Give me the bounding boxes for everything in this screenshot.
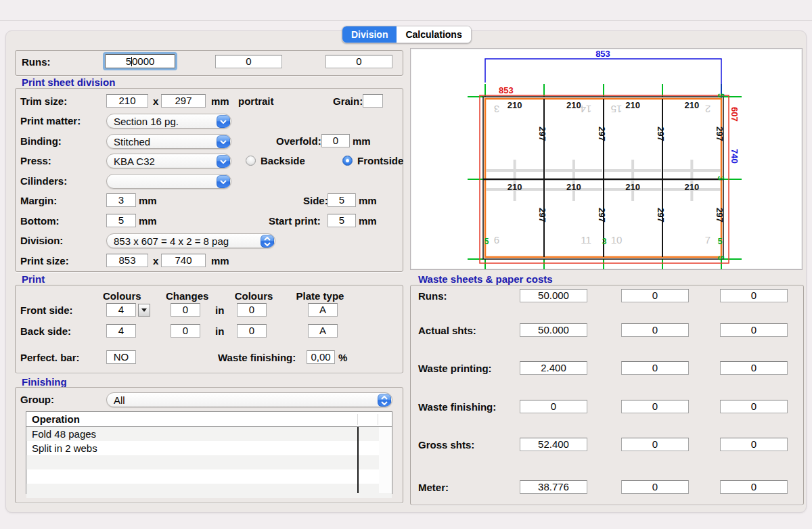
press-popup[interactable]: KBA C32 [106,154,231,168]
back-side-label: Back side: [20,325,71,337]
print-matter-popup[interactable]: Section 16 pg. [106,114,231,129]
svg-text:3: 3 [602,237,607,246]
runs-input-1-text-before: 5 [126,55,131,68]
operation-row-empty[interactable] [26,455,392,469]
table-column-resize-line[interactable] [357,427,359,493]
operation-row[interactable]: Fold 48 pages [26,427,392,441]
waste-runs-3[interactable]: 0 [720,289,788,302]
binding-label: Binding: [20,135,62,147]
waste-finishing-1[interactable]: 0 [520,400,587,413]
gross-shts-2[interactable]: 0 [621,438,689,451]
svg-text:297: 297 [656,127,666,141]
backside-radio[interactable] [246,156,256,166]
trim-unit-label: mm [211,95,229,107]
gross-shts-1[interactable]: 52.400 [520,438,587,451]
side-input[interactable]: 5 [328,193,356,207]
bottom-label: Bottom: [20,215,59,227]
group-label: Group: [20,394,54,405]
backside-label: Backside [261,155,305,166]
operation-row[interactable]: Split in 2 webs [26,441,392,455]
changes-header: Changes [166,290,208,302]
percent-label: % [338,352,347,363]
back-changes-input[interactable]: 0 [171,324,200,338]
print-width-input[interactable]: 853 [106,254,148,267]
waste-printing-1[interactable]: 2.400 [520,361,587,375]
svg-text:14: 14 [581,104,592,115]
operation-column-header: Operation [32,413,80,425]
meter-3[interactable]: 0 [720,480,788,494]
print-sheet-division-title: Print sheet division [22,76,115,88]
tab-calculations[interactable]: Calculations [397,26,470,43]
side-unit-label: mm [359,195,377,206]
actual-shts-1[interactable]: 50.000 [520,323,587,337]
grain-input[interactable] [363,94,383,108]
actual-shts-2[interactable]: 0 [621,323,689,337]
meter-2[interactable]: 0 [621,480,689,494]
group-popup[interactable]: All [106,392,392,407]
back-colours-in-input[interactable]: 0 [237,324,267,338]
waste-finishing-label: Waste finishing: [418,401,496,413]
svg-text:853: 853 [499,85,514,95]
runs-label: Runs: [22,56,51,68]
front-colours-in-input[interactable]: 0 [237,303,267,317]
waste-runs-label: Runs: [418,290,447,302]
waste-printing-3[interactable]: 0 [720,361,788,375]
bottom-input[interactable]: 5 [106,214,136,227]
cilinders-label: Cilinders: [20,175,67,187]
svg-text:210: 210 [685,182,700,192]
svg-text:5: 5 [484,237,489,246]
actual-shts-label: Actual shts: [418,325,476,336]
runs-input-1[interactable]: 50000 [105,54,175,68]
waste-printing-2[interactable]: 0 [621,361,689,375]
waste-finishing-2[interactable]: 0 [621,400,689,413]
waste-runs-1[interactable]: 50.000 [520,289,587,302]
sheet-division-diagram-panel: 8538536077402102102102102102102102102972… [410,48,803,270]
dropdown-triangle-icon [141,308,147,312]
front-plate-type-input[interactable]: A [308,303,338,317]
waste-finishing-pct-input[interactable]: 0,00 [307,350,335,364]
gross-shts-3[interactable]: 0 [720,438,788,451]
trim-height-input[interactable]: 297 [161,94,206,108]
group-value: All [114,394,125,406]
print-size-times-label: x [153,255,158,267]
margin-input[interactable]: 3 [106,193,136,207]
trim-width-input[interactable]: 210 [106,94,148,108]
svg-text:210: 210 [625,182,640,192]
bottom-unit-label: mm [139,215,157,227]
svg-text:7: 7 [705,234,710,246]
tab-bar: Division Calculations [342,26,472,43]
svg-text:210: 210 [566,100,581,110]
waste-finishing-3[interactable]: 0 [720,400,788,413]
front-colours-input[interactable]: 4 [106,303,136,317]
overfold-input[interactable]: 0 [321,134,350,147]
binding-popup[interactable]: Stitched [106,134,231,149]
perfect-bar-input[interactable]: NO [106,350,136,364]
front-changes-input[interactable]: 0 [171,303,200,317]
cilinders-popup[interactable] [106,174,231,189]
back-plate-type-input[interactable]: A [308,324,338,338]
svg-text:740: 740 [729,149,740,164]
print-size-label: Print size: [20,255,69,267]
svg-text:297: 297 [715,208,725,223]
meter-1[interactable]: 38.776 [520,480,587,494]
waste-groupbox [410,285,804,505]
back-colours-input[interactable]: 4 [106,324,136,338]
start-print-input[interactable]: 5 [328,214,356,227]
waste-runs-2[interactable]: 0 [621,289,689,302]
front-colours-dropdown-button[interactable] [138,304,150,317]
operations-table-header: Operation [26,412,392,427]
operation-row-empty[interactable] [26,469,392,484]
trim-size-label: Trim size: [20,95,67,107]
runs-input-3[interactable]: 0 [325,55,392,68]
svg-text:6: 6 [494,234,499,246]
division-popup[interactable]: 853 x 607 = 4 x 2 = 8 pag [106,233,275,248]
operation-row-empty[interactable] [26,484,392,498]
print-height-input[interactable]: 740 [161,254,206,267]
runs-input-2[interactable]: 0 [215,55,282,68]
actual-shts-3[interactable]: 0 [720,323,788,337]
tab-division[interactable]: Division [342,26,397,43]
overfold-label: Overfold: [276,135,321,147]
print-title: Print [22,273,45,285]
frontside-radio[interactable] [342,156,353,166]
runs-input-1-text-after: 0000 [132,55,154,68]
